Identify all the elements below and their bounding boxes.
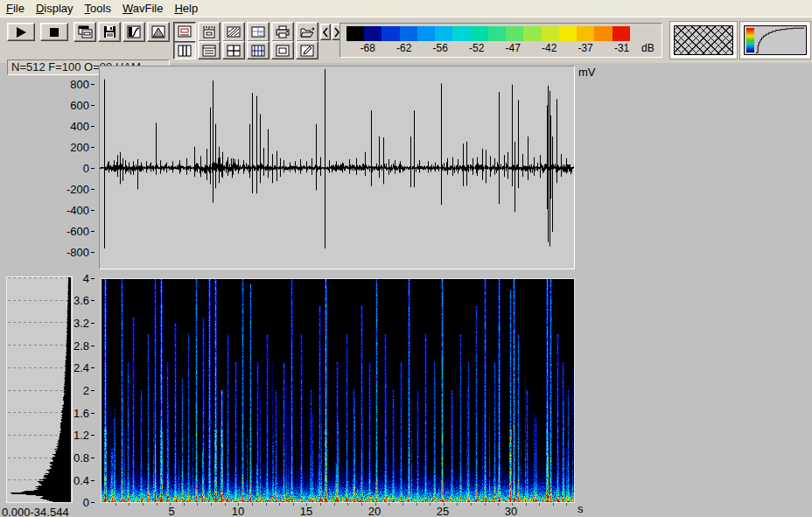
- db-tick-label: -37: [578, 42, 592, 54]
- time-range-label: 0.000-34.544: [2, 506, 69, 517]
- db-color-scale-panel: -68 -62 -56 -52 -47 -42 -37 -31 dB: [340, 23, 662, 58]
- avg-spectrum-plot: [7, 277, 72, 502]
- db-tick-label: -56: [433, 42, 448, 54]
- layout-hlines-icon: [202, 45, 216, 57]
- waveform-display-button[interactable]: [173, 22, 196, 42]
- tick-mark: [91, 323, 94, 324]
- open-file-button[interactable]: [296, 22, 318, 42]
- layout-grid-button[interactable]: [222, 41, 245, 59]
- waveform-ytick: -400: [66, 204, 89, 217]
- waveform-ytick: 200: [70, 141, 89, 154]
- waveform-ytick: 0: [83, 162, 89, 175]
- menu-file[interactable]: File: [1, 1, 30, 16]
- transfer-curve-button[interactable]: [122, 22, 145, 42]
- menu-tools[interactable]: Tools: [80, 1, 116, 16]
- tick-mark: [91, 413, 94, 414]
- spec-xtick: 15: [300, 505, 312, 517]
- tick-mark: [91, 367, 94, 368]
- print-icon: [276, 25, 290, 38]
- tick-mark: [91, 458, 94, 458]
- waveform-display-panel: [99, 66, 575, 269]
- spectrogram-app-window: File Display Tools WavFile Help: [0, 0, 812, 517]
- avg-spectrum-panel: [6, 276, 73, 503]
- db-tick-label: -68: [360, 42, 375, 54]
- tick-mark: [91, 390, 94, 391]
- spectrogram-xunit-label: s: [578, 502, 584, 515]
- transfer-curve-icon: [127, 25, 141, 38]
- tick-mark: [91, 346, 94, 346]
- ruler-icon: [202, 25, 216, 38]
- layout-grid-cross-icon: [251, 45, 265, 57]
- tick-mark: [91, 278, 94, 279]
- tick-mark: [91, 480, 94, 481]
- tick-mark: [91, 435, 94, 436]
- waveform-ytick: -600: [66, 225, 89, 238]
- stop-button[interactable]: [40, 23, 68, 41]
- tick-mark: [91, 210, 94, 211]
- spectrum-peak-button[interactable]: [147, 22, 170, 42]
- spec-xtick: 10: [232, 505, 244, 517]
- stop-icon: [48, 26, 60, 38]
- hatch-region-icon: [227, 25, 241, 38]
- spec-ytick: 0.8: [74, 451, 89, 465]
- waveform-ytick: -200: [66, 183, 89, 196]
- menu-help[interactable]: Help: [169, 1, 203, 16]
- spec-ytick: 2.8: [74, 339, 89, 353]
- tick-mark: [91, 105, 94, 106]
- tick-mark: [91, 252, 94, 253]
- tick-mark: [91, 168, 94, 169]
- spec-ytick: 1.2: [74, 429, 89, 442]
- spectrum-peak-icon: [151, 25, 165, 38]
- cascade-windows-button[interactable]: [74, 22, 96, 42]
- hatch-region-button[interactable]: [222, 22, 245, 42]
- grid-s-button[interactable]: S: [247, 22, 270, 42]
- spec-xtick: 20: [368, 505, 381, 517]
- menu-display[interactable]: Display: [31, 1, 79, 16]
- layout-window-button[interactable]: [271, 41, 294, 59]
- tick-mark: [91, 502, 94, 503]
- scan-pattern-panel: [670, 22, 737, 59]
- save-button[interactable]: [98, 22, 121, 42]
- spec-ytick: 3.6: [74, 294, 89, 307]
- spec-ytick: 1.6: [74, 407, 89, 420]
- crosshatch-pattern: [674, 25, 733, 55]
- waveform-ytick: 800: [70, 78, 89, 91]
- gain-curve-plot: [756, 27, 805, 53]
- spec-ytick: 4: [83, 272, 89, 285]
- annotate-button[interactable]: [296, 41, 318, 59]
- layout-hlines-button[interactable]: [198, 41, 220, 59]
- print-button[interactable]: [271, 22, 294, 42]
- play-button[interactable]: [7, 23, 35, 41]
- spectrogram-display-panel: [101, 278, 575, 503]
- db-tick-label: -62: [396, 42, 411, 54]
- db-scale-labels: -68 -62 -56 -52 -47 -42 -37 -31: [346, 42, 630, 54]
- palette-rainbow-bar: [746, 28, 754, 52]
- db-colorbar: [346, 26, 630, 41]
- tick-mark: [91, 147, 94, 148]
- spec-xtick: 5: [168, 505, 174, 517]
- tick-mark: [91, 300, 94, 301]
- db-tick-label: -47: [506, 42, 521, 54]
- prev-button[interactable]: [320, 24, 331, 40]
- tick-mark: [91, 126, 94, 127]
- layout-window-icon: [276, 45, 290, 57]
- layout-vbars-button[interactable]: [173, 41, 196, 59]
- spec-xtick: 25: [437, 505, 449, 517]
- waveform-ytick: -800: [66, 246, 89, 259]
- transfer-curve-display: [744, 25, 807, 55]
- layout-grid-cross-button[interactable]: [247, 41, 270, 59]
- waveform-display-icon: [178, 25, 192, 38]
- spec-ytick: 0.4: [74, 474, 89, 487]
- palette-transfer-panel: [740, 22, 810, 59]
- db-unit-label: dB: [641, 42, 654, 54]
- save-floppy-icon: [103, 25, 116, 38]
- cascade-windows-icon: [78, 25, 93, 38]
- waveform-unit-label: mV: [578, 66, 596, 79]
- ruler-button[interactable]: [198, 22, 220, 42]
- open-folder-icon: [300, 26, 315, 38]
- menu-wavfile[interactable]: WavFile: [117, 1, 168, 16]
- spec-xtick: 30: [505, 505, 517, 517]
- spectrogram-plot: [102, 279, 574, 502]
- chevron-left-icon: [322, 27, 329, 38]
- svg-text:S: S: [259, 29, 264, 38]
